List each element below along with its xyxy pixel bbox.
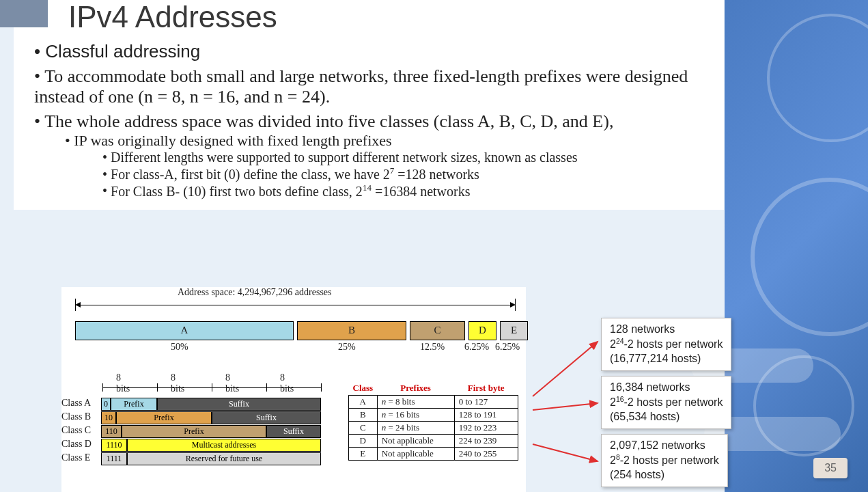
bullet-3a: IP was originally designed with fixed le… [65,132,710,199]
bullet-3: The whole address space was divided into… [34,111,710,199]
slide-title: IPv4 Addresses [68,0,724,34]
svg-line-0 [533,342,598,396]
pct-b: 25% [338,342,356,353]
table-row: B n = 16 bits 128 to 191 [349,409,518,422]
title-accent-bar [0,0,48,27]
segment-b: B [297,321,406,340]
bullet-3a2: For class-A, first bit (0) define the cl… [102,165,710,182]
info-box-class-a: 128 networks 224-2 hosts per network (16… [601,318,731,371]
table-row: D Not applicable 224 to 239 [349,435,518,448]
address-space-arrow [75,299,516,311]
table-row: A n = 8 bits 0 to 127 [349,396,518,409]
info-box-class-b: 16,384 networks 216-2 hosts per network … [601,376,731,429]
segment-e: E [500,321,528,340]
segment-a: A [75,321,294,340]
bullet-3a1: Different lengths were supported to supp… [102,150,710,165]
pct-d: 6.25% [464,342,489,353]
prefix-table: Class Prefixes First byte A n = 8 bits 0… [348,383,518,461]
slide-body: IPv4 Addresses Classful addressing To ac… [14,0,724,210]
address-space-label: Address space: 4,294,967,296 addresses [178,287,332,298]
info-box-class-c: 2,097,152 networks 28-2 hosts per networ… [601,434,728,487]
table-row: E Not applicable 240 to 255 [349,448,518,461]
bullet-list: Classful addressing To accommodate both … [34,41,710,199]
arrow-icon [526,321,608,478]
table-row: C n = 24 bits 192 to 223 [349,422,518,435]
bullet-3a3: For Class B- (10) first two bots define … [102,182,710,200]
pct-a: 50% [171,342,188,353]
svg-line-1 [533,403,598,410]
svg-line-2 [533,444,598,461]
address-space-diagram: Address space: 4,294,967,296 addresses A… [61,287,526,492]
segment-c: C [410,321,465,340]
pct-e: 6.25% [495,342,520,353]
segment-d: D [468,321,496,340]
bullet-1: Classful addressing [34,41,710,62]
slide-number: 35 [813,458,848,478]
bullet-2: To accommodate both small and large netw… [34,66,710,107]
pct-c: 12.5% [420,342,445,353]
